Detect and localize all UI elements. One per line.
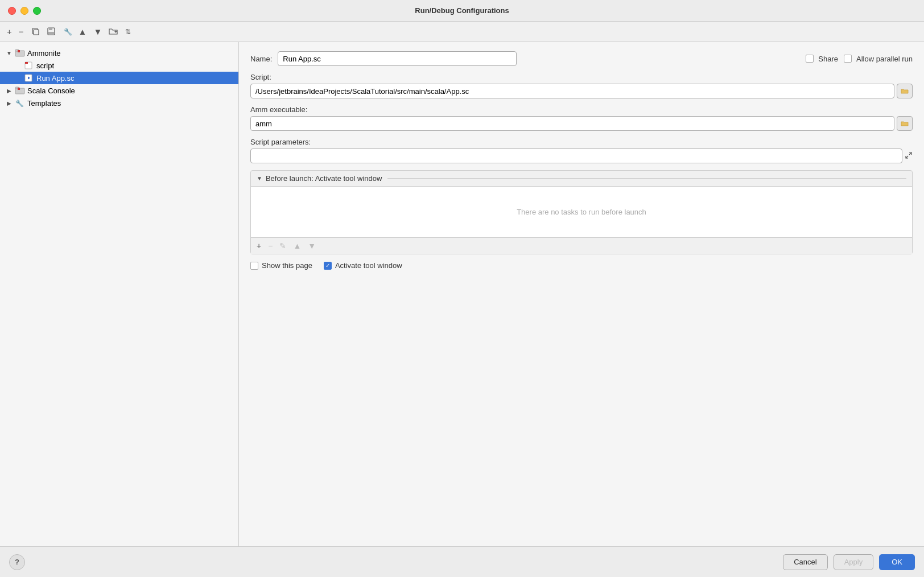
before-launch-toolbar: + − ✎ ▲ ▼ (251, 237, 912, 254)
add-folder-button[interactable]: + (106, 26, 120, 38)
before-launch-divider (387, 178, 906, 179)
name-input[interactable] (278, 51, 517, 66)
amm-executable-section: Amm executable: (250, 105, 913, 131)
ammonite-icon (15, 49, 25, 57)
activate-tool-window-label: Activate tool window (335, 261, 402, 270)
help-button[interactable]: ? (9, 554, 25, 570)
checkboxes-row: Show this page Activate tool window (250, 261, 913, 270)
script-params-expand-button[interactable] (905, 151, 913, 161)
scala-console-label: Scala Console (27, 86, 75, 95)
run-app-icon (24, 74, 34, 82)
ok-button[interactable]: OK (879, 554, 915, 570)
tree-item-scala-console[interactable]: ▶ Scala Console (0, 84, 238, 97)
before-launch-add-button[interactable]: + (254, 240, 263, 252)
content-area: ▼ Ammonite ▶ (0, 42, 924, 546)
add-folder-icon: + (109, 27, 118, 35)
maximize-button[interactable] (33, 7, 41, 15)
svg-rect-10 (18, 50, 20, 52)
allow-parallel-label: Allow parallel run (856, 55, 913, 63)
save-icon (47, 27, 56, 36)
script-label: script (36, 61, 54, 70)
amm-browse-folder-icon (901, 120, 909, 127)
share-checkbox[interactable] (806, 55, 814, 63)
add-config-button[interactable]: + (5, 26, 14, 37)
copy-config-button[interactable] (28, 26, 42, 38)
toolbar: + − 🔧 ▲ ▼ + (0, 22, 924, 42)
activate-tool-window-checkbox[interactable] (324, 262, 332, 270)
before-launch-down-button[interactable]: ▼ (306, 240, 318, 252)
script-params-label: Script parameters: (250, 138, 913, 146)
cancel-button[interactable]: Cancel (783, 554, 827, 570)
svg-rect-12 (25, 62, 28, 64)
tree-item-run-app[interactable]: ▶ Run App.sc (0, 72, 238, 84)
name-label: Name: (250, 55, 272, 63)
script-field-row (250, 84, 913, 98)
run-app-label: Run App.sc (36, 74, 75, 83)
amm-executable-label: Amm executable: (250, 105, 913, 114)
save-config-button[interactable] (44, 26, 58, 38)
svg-text:⇅: ⇅ (125, 28, 131, 36)
bottom-bar-right: Cancel Apply OK (783, 554, 915, 570)
templates-label: Templates (27, 99, 61, 108)
before-launch-title: Before launch: Activate tool window (266, 174, 382, 183)
show-this-page-checkbox[interactable] (250, 262, 258, 270)
before-launch-arrow: ▼ (257, 175, 262, 182)
ammonite-arrow: ▼ (5, 48, 14, 57)
tree-item-templates[interactable]: ▶ 🔧 Templates (0, 97, 238, 109)
close-button[interactable] (8, 7, 16, 15)
script-input[interactable] (250, 84, 894, 98)
activate-tool-window-item[interactable]: Activate tool window (324, 261, 402, 270)
allow-parallel-checkbox[interactable] (844, 55, 852, 63)
title-bar: Run/Debug Configurations (0, 0, 924, 22)
script-params-input[interactable] (250, 149, 902, 163)
before-launch-remove-button[interactable]: − (266, 240, 275, 252)
svg-rect-4 (48, 32, 54, 35)
script-params-section: Script parameters: (250, 138, 913, 163)
main-container: + − 🔧 ▲ ▼ + (0, 22, 924, 577)
before-launch-body: There are no tasks to run before launch (251, 186, 912, 237)
script-params-field-row (250, 149, 913, 163)
before-launch-up-button[interactable]: ▲ (291, 240, 303, 252)
svg-text:+: + (114, 29, 117, 35)
browse-folder-icon (901, 88, 909, 94)
apply-button[interactable]: Apply (834, 554, 874, 570)
bottom-bar-left: ? (9, 554, 25, 570)
before-launch-edit-button[interactable]: ✎ (277, 240, 288, 252)
left-panel: ▼ Ammonite ▶ (0, 42, 239, 546)
window-controls (8, 7, 41, 15)
show-this-page-item[interactable]: Show this page (250, 261, 312, 270)
svg-text:🔧: 🔧 (15, 99, 24, 107)
share-label: Share (818, 55, 838, 63)
settings-button[interactable]: 🔧 (60, 26, 74, 38)
sort-icon: ⇅ (125, 27, 134, 36)
before-launch-header[interactable]: ▼ Before launch: Activate tool window (251, 171, 912, 186)
templates-arrow: ▶ (5, 98, 14, 108)
svg-rect-17 (18, 88, 20, 90)
ammonite-label: Ammonite (27, 49, 61, 57)
share-row: Share (806, 55, 838, 63)
scala-console-arrow: ▶ (5, 86, 14, 95)
name-row: Name: Share Allow parallel run (250, 51, 913, 66)
scala-console-icon (15, 86, 25, 94)
templates-wrench-icon: 🔧 (15, 99, 25, 107)
svg-text:🔧: 🔧 (64, 27, 72, 36)
minimize-button[interactable] (20, 7, 28, 15)
tree-item-ammonite[interactable]: ▼ Ammonite (0, 47, 238, 59)
expand-icon (905, 151, 913, 159)
before-launch-empty-text: There are no tasks to run before launch (517, 208, 646, 216)
svg-rect-3 (49, 28, 52, 30)
amm-executable-input[interactable] (250, 116, 894, 131)
script-icon (24, 61, 34, 69)
move-up-button[interactable]: ▲ (76, 26, 89, 37)
remove-config-button[interactable]: − (16, 26, 26, 37)
move-down-button[interactable]: ▼ (91, 26, 104, 37)
script-label: Script: (250, 73, 913, 81)
amm-browse-button[interactable] (897, 116, 913, 131)
allow-parallel-row: Allow parallel run (844, 55, 913, 63)
amm-field-row (250, 116, 913, 131)
wrench-icon: 🔧 (63, 27, 72, 36)
script-section: Script: (250, 73, 913, 98)
script-browse-button[interactable] (897, 84, 913, 98)
sort-button[interactable]: ⇅ (122, 26, 136, 38)
tree-item-script[interactable]: ▶ script (0, 59, 238, 72)
